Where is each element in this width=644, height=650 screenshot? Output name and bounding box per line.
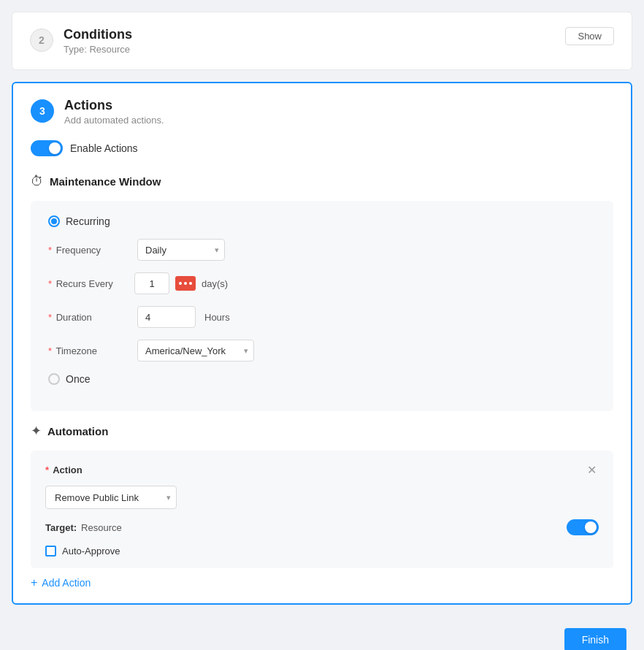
- once-label: Once: [66, 373, 90, 385]
- target-toggle[interactable]: [567, 519, 599, 535]
- step3-header-left: 3 Actions Add automated actions.: [31, 98, 164, 126]
- automation-icon: ✦: [31, 423, 42, 439]
- hours-label: Hours: [204, 312, 230, 323]
- frequency-select-wrapper: Daily ▾: [137, 239, 225, 261]
- target-toggle-track: [567, 519, 599, 535]
- duration-row: * Duration Hours: [48, 306, 596, 328]
- page-wrapper: 2 Conditions Type: Resource Show 3 Actio…: [0, 12, 644, 650]
- auto-approve-checkbox[interactable]: [45, 546, 56, 557]
- maintenance-title-text: Maintenance Window: [50, 175, 161, 188]
- step3-subtitle: Add automated actions.: [64, 115, 164, 126]
- target-value: Resource: [81, 522, 122, 533]
- timezone-select[interactable]: America/New_York: [137, 340, 254, 362]
- step3-info: Actions Add automated actions.: [64, 98, 164, 126]
- step2-header-left: 2 Conditions Type: Resource: [30, 27, 132, 55]
- step3-title: Actions: [64, 98, 164, 113]
- step2-header: 2 Conditions Type: Resource Show: [30, 27, 614, 55]
- automation-title-text: Automation: [47, 425, 108, 437]
- step2-number: 2: [30, 28, 53, 52]
- step2-title: Conditions: [64, 27, 132, 42]
- enable-actions-label: Enable Actions: [70, 142, 138, 154]
- step2-card: 2 Conditions Type: Resource Show: [12, 12, 632, 70]
- recurs-every-row: * Recurs Every 1 day(s): [48, 272, 596, 294]
- bottom-bar: Finish: [0, 616, 644, 650]
- action-close-button[interactable]: ✕: [584, 462, 599, 477]
- target-left: Target: Resource: [45, 522, 122, 533]
- action-select[interactable]: Remove Public Link: [45, 486, 177, 509]
- action-box: * Action ✕ Remove Public Link ▾ Target: …: [31, 451, 613, 568]
- maintenance-icon: ⏱: [31, 174, 44, 189]
- frequency-label: * Frequency: [48, 245, 129, 256]
- toggle-track: [31, 140, 63, 156]
- enable-actions-row: Enable Actions: [31, 140, 613, 156]
- target-toggle-thumb: [585, 521, 597, 533]
- duration-label: * Duration: [48, 312, 129, 323]
- recurring-label: Recurring: [66, 215, 110, 227]
- auto-approve-label: Auto-Approve: [62, 546, 120, 557]
- step3-number: 3: [31, 99, 54, 123]
- auto-approve-row: Auto-Approve: [45, 546, 599, 557]
- action-field-label: * Action: [45, 464, 83, 475]
- step2-show-button[interactable]: Show: [565, 27, 614, 45]
- action-label-row: * Action ✕: [45, 462, 599, 477]
- add-plus-icon: +: [31, 577, 37, 589]
- step2-info: Conditions Type: Resource: [64, 27, 132, 55]
- action-select-wrapper: Remove Public Link ▾: [45, 486, 177, 509]
- recurs-every-label: * Recurs Every: [48, 278, 129, 289]
- finish-button[interactable]: Finish: [564, 628, 626, 650]
- maintenance-inner-box: Recurring * Frequency Daily ▾ *: [31, 201, 613, 411]
- step3-card: 3 Actions Add automated actions. Enable …: [12, 82, 632, 605]
- duration-input[interactable]: [137, 306, 196, 328]
- automation-section-title: ✦ Automation: [31, 423, 613, 439]
- recurring-radio[interactable]: [48, 215, 60, 227]
- maintenance-section-title: ⏱ Maintenance Window: [31, 174, 613, 189]
- dots-icon: [175, 276, 196, 291]
- timezone-select-wrapper: America/New_York ▾: [137, 340, 254, 362]
- timezone-row: * Timezone America/New_York ▾: [48, 340, 596, 362]
- recurring-radio-row: Recurring: [48, 215, 596, 227]
- add-action-button[interactable]: + Add Action: [31, 577, 613, 589]
- step3-header: 3 Actions Add automated actions.: [31, 98, 613, 126]
- step2-subtitle: Type: Resource: [64, 44, 132, 55]
- day-label: day(s): [202, 278, 228, 289]
- once-radio[interactable]: [48, 373, 60, 385]
- enable-actions-toggle[interactable]: [31, 140, 63, 156]
- timezone-label: * Timezone: [48, 345, 129, 356]
- frequency-select[interactable]: Daily: [137, 239, 225, 261]
- target-key: Target:: [45, 522, 77, 533]
- recurs-every-input[interactable]: 1: [134, 272, 169, 294]
- frequency-row: * Frequency Daily ▾: [48, 239, 596, 261]
- once-radio-row: Once: [48, 373, 596, 385]
- toggle-thumb: [49, 142, 61, 154]
- add-action-label: Add Action: [42, 577, 91, 589]
- target-row: Target: Resource: [45, 519, 599, 535]
